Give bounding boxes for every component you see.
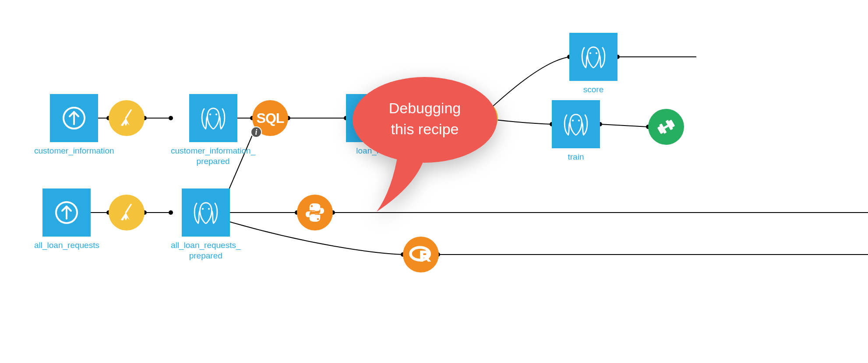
postgres-icon xyxy=(561,109,591,140)
python-icon xyxy=(303,200,327,225)
sql-icon-label: SQL xyxy=(257,110,284,126)
svg-line-48 xyxy=(126,205,131,213)
svg-point-35 xyxy=(209,114,211,115)
flow-connectors xyxy=(0,0,868,363)
svg-point-46 xyxy=(578,120,580,122)
postgres-icon xyxy=(191,197,221,228)
svg-point-50 xyxy=(317,218,319,220)
recipe-sql[interactable]: SQL i xyxy=(252,100,288,136)
svg-point-42 xyxy=(372,114,374,115)
svg-line-8 xyxy=(600,124,648,127)
recipe-model[interactable] xyxy=(648,109,684,145)
dataset-label: loan_re xyxy=(356,146,384,156)
dataset-loan-requests-joined[interactable]: loan_re xyxy=(346,94,394,156)
dataset-train[interactable]: train xyxy=(552,100,600,162)
recipe-prepare-1[interactable] xyxy=(109,100,145,136)
svg-point-40 xyxy=(208,208,210,210)
recipe-r[interactable] xyxy=(403,237,439,272)
dataset-label: customer_information_ prepared xyxy=(171,146,255,167)
dataset-customer-information[interactable]: customer_information xyxy=(34,94,114,156)
svg-line-47 xyxy=(126,110,131,118)
dataset-customer-information-prepared[interactable]: customer_information_ prepared xyxy=(171,94,255,167)
broom-icon xyxy=(116,202,138,223)
upload-icon xyxy=(53,199,80,226)
svg-point-39 xyxy=(202,208,204,210)
dataset-all-loan-requests[interactable]: all_loan_requests xyxy=(34,188,99,251)
dataset-score[interactable]: score xyxy=(569,33,617,95)
r-icon xyxy=(408,242,434,267)
svg-point-49 xyxy=(311,205,313,207)
svg-point-36 xyxy=(215,114,217,115)
broom-icon xyxy=(116,107,138,129)
dataset-label: all_loan_requests xyxy=(34,240,99,251)
recipe-python[interactable] xyxy=(297,195,333,230)
upload-icon xyxy=(61,105,87,131)
svg-point-43 xyxy=(589,52,591,54)
dataset-label: customer_information xyxy=(34,146,114,156)
svg-point-44 xyxy=(596,52,597,54)
svg-point-41 xyxy=(366,114,368,115)
dataset-label: score xyxy=(583,84,603,95)
dataset-all-loan-requests-prepared[interactable]: all_loan_requests_ prepared xyxy=(171,188,241,261)
info-badge-icon: i xyxy=(251,126,262,138)
postgres-icon xyxy=(578,42,609,72)
dumbbell-icon xyxy=(654,115,678,139)
svg-point-45 xyxy=(572,120,574,122)
dataset-label: train xyxy=(568,152,584,162)
recipe-split[interactable] xyxy=(462,100,498,136)
postgres-icon xyxy=(355,103,385,133)
recipe-prepare-2[interactable] xyxy=(109,195,145,230)
postgres-icon xyxy=(198,103,229,133)
dataset-label: all_loan_requests_ prepared xyxy=(171,240,241,261)
